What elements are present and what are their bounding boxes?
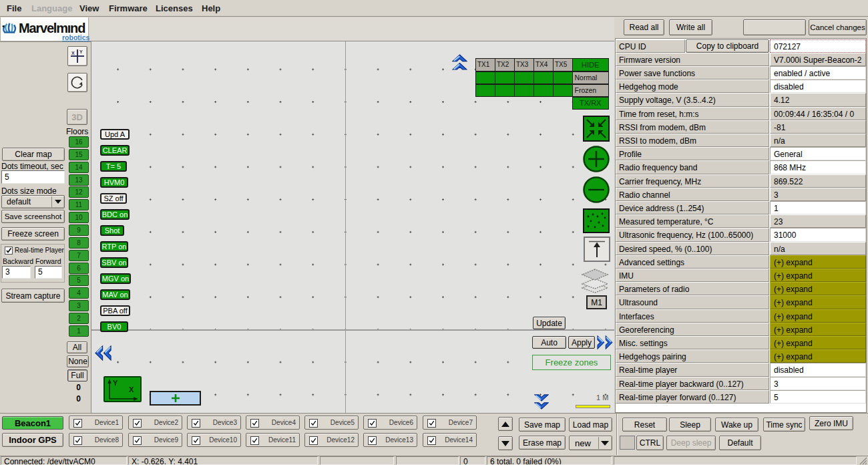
svg-text:X: X [71, 51, 75, 55]
svg-text:Y: Y [113, 379, 118, 387]
svg-text:Y: Y [79, 49, 83, 54]
svg-text:X: X [129, 385, 134, 394]
